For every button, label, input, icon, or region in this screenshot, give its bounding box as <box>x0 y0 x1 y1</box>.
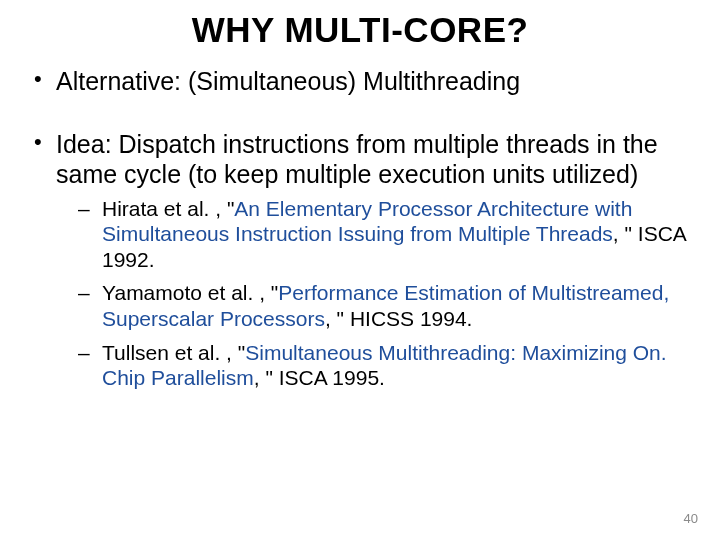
reference-item: Hirata et al. , "An Elementary Processor… <box>56 196 690 273</box>
reference-item: Yamamoto et al. , "Performance Estimatio… <box>56 280 690 331</box>
bullet-idea-label: Idea: <box>56 130 112 158</box>
page-number: 40 <box>684 511 698 526</box>
ref-post: , " HICSS 1994. <box>325 307 473 330</box>
bullet-list: Alternative: (Simultaneous) Multithreadi… <box>30 66 690 391</box>
ref-post: , " ISCA 1995. <box>254 366 385 389</box>
reference-item: Tullsen et al. , "Simultaneous Multithre… <box>56 340 690 391</box>
bullet-idea: Idea: Dispatch instructions from multipl… <box>30 129 690 391</box>
reference-list: Hirata et al. , "An Elementary Processor… <box>56 196 690 391</box>
slide: WHY MULTI-CORE? Alternative: (Simultaneo… <box>0 0 720 540</box>
ref-pre: Tullsen et al. , " <box>102 341 245 364</box>
bullet-idea-text: Dispatch instructions from multiple thre… <box>56 130 658 189</box>
ref-pre: Yamamoto et al. , " <box>102 281 278 304</box>
bullet-alternative: Alternative: (Simultaneous) Multithreadi… <box>30 66 690 97</box>
slide-title: WHY MULTI-CORE? <box>30 10 690 50</box>
ref-pre: Hirata et al. , " <box>102 197 234 220</box>
bullet-alternative-text: Alternative: (Simultaneous) Multithreadi… <box>56 67 520 95</box>
